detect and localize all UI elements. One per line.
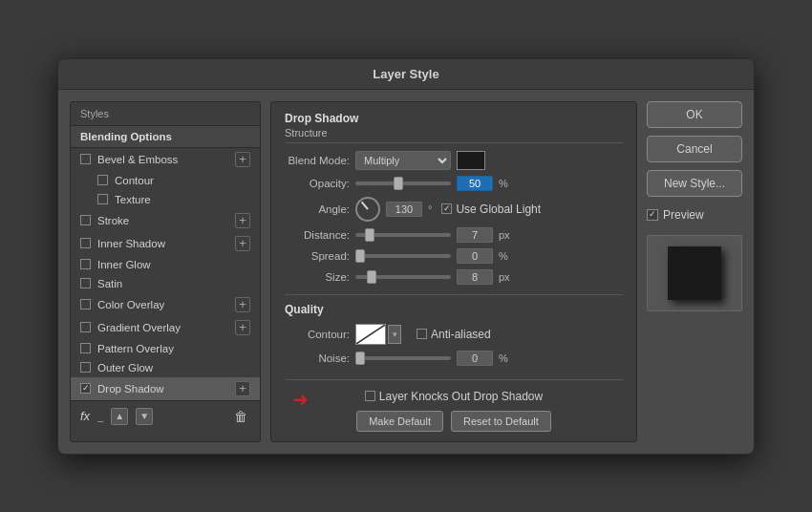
dialog-title: Layer Style (58, 59, 754, 90)
preview-checkbox[interactable] (647, 209, 658, 221)
sidebar-item-contour[interactable]: Contour (71, 171, 260, 190)
contour-label: Contour (115, 175, 154, 186)
preview-inner (668, 246, 721, 300)
sidebar-item-pattern-overlay[interactable]: Pattern Overlay (71, 339, 260, 358)
angle-dial[interactable] (355, 197, 380, 222)
color-overlay-label: Color Overlay (97, 299, 164, 310)
sidebar-item-inner-glow[interactable]: Inner Glow (71, 255, 260, 274)
stroke-add-btn[interactable]: + (235, 213, 250, 228)
size-slider[interactable] (355, 275, 451, 279)
cancel-button[interactable]: Cancel (647, 136, 742, 162)
anti-aliased-checkbox[interactable] (417, 329, 427, 339)
styles-toolbar: fx _ ▲ ▼ 🗑 (71, 400, 260, 432)
size-label: Size: (285, 271, 350, 283)
size-unit: px (499, 271, 510, 283)
spread-slider-thumb[interactable] (355, 249, 365, 263)
sidebar-item-inner-shadow[interactable]: Inner Shadow + (71, 232, 260, 255)
sidebar-item-bevel-emboss[interactable]: Bevel & Emboss + (71, 148, 260, 171)
noise-slider-thumb[interactable] (355, 352, 365, 365)
stroke-checkbox[interactable] (80, 215, 91, 225)
preview-row: Preview (647, 208, 742, 222)
spread-label: Spread: (285, 250, 350, 262)
stroke-label: Stroke (97, 215, 129, 226)
bevel-emboss-label: Bevel & Emboss (97, 154, 178, 165)
spread-input[interactable] (457, 248, 493, 264)
pattern-overlay-checkbox[interactable] (80, 343, 91, 353)
blend-mode-select[interactable]: Multiply Normal Screen Overlay (355, 151, 451, 170)
texture-label: Texture (115, 194, 151, 205)
structure-subtitle: Structure (285, 127, 623, 143)
layer-knocks-row: Layer Knocks Out Drop Shadow (365, 390, 543, 403)
satin-label: Satin (97, 278, 122, 289)
color-overlay-add-btn[interactable]: + (235, 297, 250, 312)
use-global-light-checkbox[interactable] (441, 203, 452, 214)
global-light-row: Use Global Light (441, 203, 541, 216)
angle-input[interactable] (386, 202, 422, 217)
blend-mode-label: Blend Mode: (285, 155, 350, 166)
preview-box (647, 235, 742, 311)
gradient-overlay-label: Gradient Overlay (97, 322, 181, 333)
satin-checkbox[interactable] (80, 278, 91, 288)
opacity-input[interactable] (457, 176, 493, 191)
drop-shadow-checkbox[interactable] (80, 383, 91, 394)
distance-slider-thumb[interactable] (365, 228, 374, 242)
opacity-row: Opacity: % (285, 176, 623, 191)
delete-style-button[interactable]: 🗑 (231, 407, 250, 426)
opacity-slider[interactable] (355, 181, 451, 185)
drop-shadow-label: Drop Shadow (97, 383, 164, 395)
quality-title: Quality (285, 303, 623, 316)
sidebar-item-color-overlay[interactable]: Color Overlay + (71, 293, 260, 316)
distance-unit: px (499, 229, 510, 241)
distance-input[interactable] (457, 227, 493, 243)
spread-slider[interactable] (355, 254, 451, 258)
noise-slider[interactable] (355, 356, 451, 360)
inner-shadow-checkbox[interactable] (80, 238, 91, 248)
size-slider-thumb[interactable] (367, 270, 376, 284)
size-input[interactable] (457, 269, 493, 285)
noise-input[interactable] (457, 351, 493, 366)
reset-default-button[interactable]: Reset to Default (451, 411, 551, 432)
inner-glow-label: Inner Glow (97, 259, 151, 270)
ok-button[interactable]: OK (647, 101, 742, 128)
bevel-emboss-checkbox[interactable] (80, 154, 91, 164)
bottom-bar: ➜ Layer Knocks Out Drop Shadow Make Defa… (285, 379, 623, 432)
bevel-emboss-add-btn[interactable]: + (235, 152, 250, 167)
outer-glow-checkbox[interactable] (80, 362, 91, 373)
layer-knocks-checkbox[interactable] (365, 391, 375, 401)
angle-label: Angle: (285, 203, 350, 215)
make-default-button[interactable]: Make Default (356, 411, 443, 432)
gradient-overlay-add-btn[interactable]: + (235, 320, 250, 335)
contour-dropdown-arrow[interactable]: ▾ (388, 325, 401, 344)
contour-preview[interactable] (355, 324, 386, 345)
sidebar-item-satin[interactable]: Satin (71, 274, 260, 293)
inner-shadow-add-btn[interactable]: + (235, 236, 250, 251)
shadow-color-swatch[interactable] (457, 151, 485, 170)
sidebar-item-gradient-overlay[interactable]: Gradient Overlay + (71, 316, 260, 339)
drop-shadow-add-btn[interactable]: + (235, 381, 250, 396)
spread-unit: % (499, 250, 508, 262)
new-style-button[interactable]: New Style... (647, 170, 742, 197)
contour-checkbox[interactable] (97, 175, 108, 185)
sidebar-item-drop-shadow[interactable]: Drop Shadow + (71, 377, 260, 400)
distance-slider[interactable] (355, 233, 451, 237)
outer-glow-label: Outer Glow (97, 362, 153, 373)
color-overlay-checkbox[interactable] (80, 299, 91, 309)
gradient-overlay-checkbox[interactable] (80, 322, 91, 332)
sidebar-item-outer-glow[interactable]: Outer Glow (71, 358, 260, 377)
blend-mode-row: Blend Mode: Multiply Normal Screen Overl… (285, 151, 623, 170)
contour-select-wrap: ▾ (355, 324, 401, 345)
size-row: Size: px (285, 269, 623, 285)
settings-panel: Drop Shadow Structure Blend Mode: Multip… (270, 101, 637, 442)
sidebar-item-texture[interactable]: Texture (71, 190, 260, 209)
move-down-button[interactable]: ▼ (136, 408, 153, 425)
quality-section: Quality Contour: ▾ Anti-alia (285, 294, 623, 366)
default-buttons: Make Default Reset to Default (356, 411, 551, 432)
move-up-button[interactable]: ▲ (111, 408, 128, 425)
fx-label: fx (80, 409, 90, 423)
inner-glow-checkbox[interactable] (80, 259, 91, 269)
texture-checkbox[interactable] (97, 194, 108, 204)
opacity-slider-thumb[interactable] (394, 177, 403, 190)
blending-options-item[interactable]: Blending Options (71, 126, 260, 148)
preview-label: Preview (663, 208, 704, 222)
sidebar-item-stroke[interactable]: Stroke + (71, 209, 260, 232)
